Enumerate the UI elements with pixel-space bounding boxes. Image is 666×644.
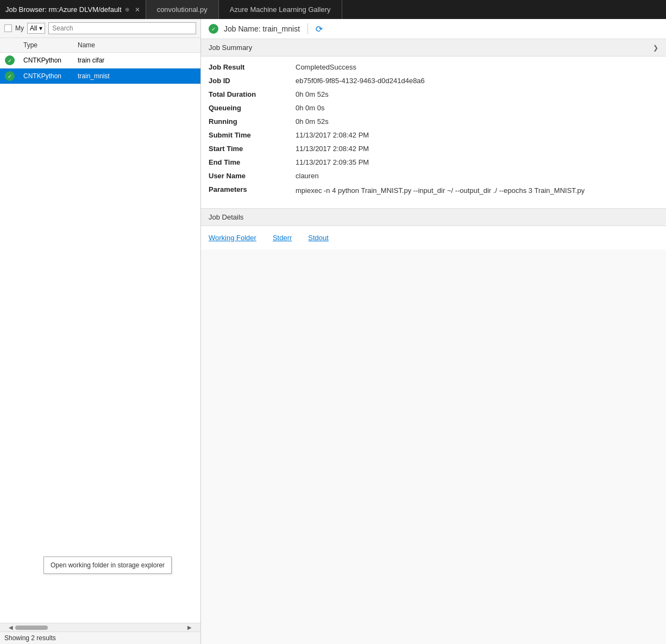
status-bar: Showing 2 results [0,632,200,644]
summary-row-username: User Name clauren [209,172,658,180]
job-details-title: Job Details [209,213,243,221]
table-row[interactable]: ✓ CNTKPython train_mnist [0,68,200,84]
success-icon: ✓ [5,71,15,81]
value-start-time: 11/13/2017 2:08:42 PM [296,145,658,153]
all-dropdown-text: All [30,24,37,32]
stderr-link[interactable]: Stderr [273,234,292,242]
value-running: 0h 0m 52s [296,117,658,126]
summary-row-result: Job Result CompletedSuccess [209,63,658,71]
collapse-icon[interactable]: ❯ [653,44,658,52]
job-details-content: Working Folder Stderr Stdout [201,226,666,249]
tab-job-browser[interactable]: Job Browser: rm:Azure DLVM/default ⊕ ✕ [0,0,146,19]
value-job-id: eb75f0f6-9f85-4132-9463-d0d241d4e8a6 [296,77,658,85]
status-text: Showing 2 results [4,634,56,642]
label-job-id: Job ID [209,77,296,85]
row-type: CNTKPython [19,72,73,80]
tab-azure-gallery[interactable]: Azure Machine Learning Gallery [219,0,342,19]
job-summary-title: Job Summary [209,43,252,52]
refresh-button[interactable]: ⟳ [316,24,323,34]
filter-bar: My All ▾ [0,19,200,38]
label-user-name: User Name [209,172,296,180]
label-queueing: Queueing [209,104,296,112]
summary-row-parameters: Parameters mpiexec -n 4 python Train_MNI… [209,185,658,196]
scroll-thumb[interactable] [15,626,48,630]
label-job-result: Job Result [209,63,296,71]
right-panel: ✓ Job Name: train_mnist ⟳ Job Summary ❯ … [201,19,666,644]
label-submit-time: Submit Time [209,131,296,139]
dropdown-arrow-icon: ▾ [39,24,42,32]
main-container: My All ▾ Type Name ✓ CNTKPython train ci… [0,19,666,644]
detail-links: Working Folder Stderr Stdout [209,234,658,242]
success-icon: ✓ [5,55,15,65]
my-checkbox[interactable] [4,24,12,32]
tab-close-icon[interactable]: ✕ [135,6,140,14]
working-folder-link[interactable]: Working Folder [209,234,256,242]
tab-azure-gallery-label: Azure Machine Learning Gallery [230,5,331,14]
tooltip-working-folder: Open working folder in storage explorer [43,557,172,574]
scroll-track [15,626,185,630]
summary-row-duration: Total Duration 0h 0m 52s [209,90,658,98]
tab-pin-icon[interactable]: ⊕ [125,7,129,12]
row-name: train cifar [73,57,200,64]
horizontal-scrollbar[interactable]: ◀ ▶ [0,623,200,632]
label-end-time: End Time [209,158,296,166]
job-summary-header: Job Summary ❯ [201,39,666,57]
stdout-link[interactable]: Stdout [308,234,329,242]
summary-row-queueing: Queueing 0h 0m 0s [209,104,658,112]
value-parameters: mpiexec -n 4 python Train_MNIST.py --inp… [296,185,658,196]
job-summary-content: Job Result CompletedSuccess Job ID eb75f… [201,57,666,209]
left-panel: My All ▾ Type Name ✓ CNTKPython train ci… [0,19,201,644]
summary-row-end-time: End Time 11/13/2017 2:09:35 PM [209,158,658,166]
row-type: CNTKPython [19,57,73,64]
table-header: Type Name [0,38,200,53]
value-submit-time: 11/13/2017 2:08:42 PM [296,131,658,139]
all-dropdown[interactable]: All ▾ [27,23,45,34]
job-name-label: Job Name: train_mnist [224,24,300,33]
value-total-duration: 0h 0m 52s [296,90,658,98]
job-list: ✓ CNTKPython train cifar ✓ CNTKPython tr… [0,53,200,623]
label-start-time: Start Time [209,145,296,153]
row-name: train_mnist [73,72,200,80]
header-divider [307,23,308,34]
label-running: Running [209,117,296,126]
th-name: Name [73,40,200,50]
row-status-icon: ✓ [0,55,19,65]
label-total-duration: Total Duration [209,90,296,98]
row-status-icon: ✓ [0,71,19,81]
value-queueing: 0h 0m 0s [296,104,658,112]
value-user-name: clauren [296,172,658,180]
table-row[interactable]: ✓ CNTKPython train cifar [0,53,200,68]
job-details-header: Job Details [201,209,666,226]
tab-convolutional[interactable]: convolutional.py [146,0,219,19]
th-icon [0,40,19,50]
title-bar: Job Browser: rm:Azure DLVM/default ⊕ ✕ c… [0,0,666,19]
value-job-result: CompletedSuccess [296,63,658,71]
th-type: Type [19,40,73,50]
summary-row-start-time: Start Time 11/13/2017 2:08:42 PM [209,145,658,153]
my-label: My [15,24,24,32]
scroll-left-icon[interactable]: ◀ [9,624,13,630]
tab-convolutional-label: convolutional.py [157,5,208,14]
job-header: ✓ Job Name: train_mnist ⟳ [201,19,666,39]
tab-job-browser-label: Job Browser: rm:Azure DLVM/default [5,5,122,14]
summary-row-running: Running 0h 0m 52s [209,117,658,126]
value-end-time: 11/13/2017 2:09:35 PM [296,158,658,166]
summary-row-id: Job ID eb75f0f6-9f85-4132-9463-d0d241d4e… [209,77,658,85]
job-status-icon: ✓ [209,24,218,34]
label-parameters: Parameters [209,185,296,193]
summary-row-submit-time: Submit Time 11/13/2017 2:08:42 PM [209,131,658,139]
search-input[interactable] [48,22,196,34]
scroll-right-icon[interactable]: ▶ [187,624,192,630]
